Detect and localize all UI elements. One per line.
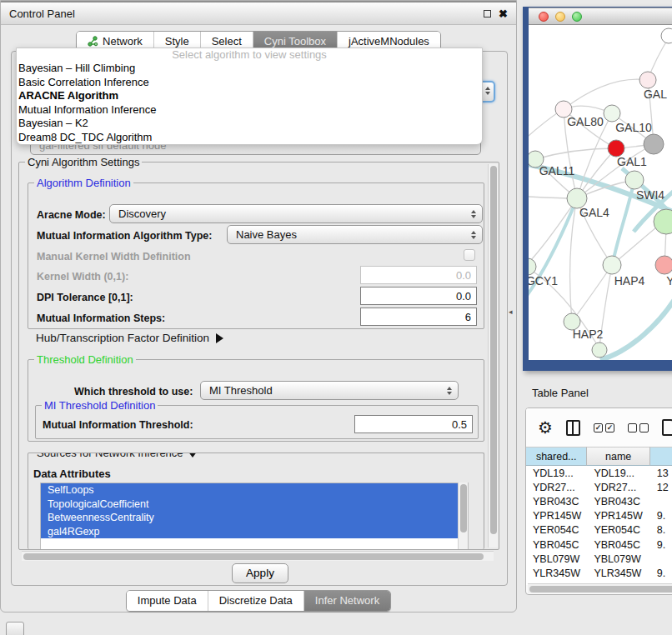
node-label: HAP4 [614,274,645,288]
threshold-definition-group: Threshold Definition Which threshold to … [28,359,484,442]
node-label: GAL10 [615,121,652,134]
column-header[interactable] [650,447,672,466]
network-edge[interactable] [572,265,612,322]
kernel-width-field[interactable]: 0.0 [360,266,477,284]
settings-horizontal-scrollbar[interactable] [22,551,494,561]
aracne-mode-label: Aracne Mode: [37,209,106,221]
table-cell: 9. [650,568,672,579]
panel-toggle-button[interactable] [6,622,24,635]
which-threshold-label: Which threshold to use: [74,386,193,398]
algorithm-list-item[interactable]: ARACNE Algorithm [17,89,482,103]
which-threshold-combobox[interactable]: MI Threshold [200,381,459,400]
tab-infer-network[interactable]: Infer Network [303,591,390,611]
close-icon[interactable]: ✖ [499,8,508,19]
column-layout-icon[interactable] [566,420,580,436]
table-cell: 13 [650,468,672,479]
table-row[interactable]: YPR145WYPR145W9. [526,509,672,523]
manual-kernel-checkbox[interactable] [464,249,475,261]
column-header[interactable]: shared... [526,447,587,466]
apply-button[interactable]: Apply [232,563,288,583]
network-node[interactable] [639,72,656,88]
data-attribute-item[interactable]: SelfLoops [41,483,468,498]
table-row[interactable]: YBR043CYBR043C [526,494,672,508]
algorithm-list-item[interactable]: Basic Correlation Inference [17,76,482,90]
hub-definition-toggle[interactable]: Hub/Transcription Factor Definition [36,332,223,344]
tab-impute-data[interactable]: Impute Data [127,591,208,611]
float-window-icon[interactable] [484,10,491,18]
column-header[interactable]: name [587,447,649,466]
table-cell: YLR345W [587,568,649,579]
deselect-all-columns-icon[interactable] [628,423,649,432]
mi-steps-field[interactable]: 6 [360,308,477,326]
node-label: GAL80 [567,115,604,128]
close-traffic-light-icon[interactable] [539,12,549,22]
table-row[interactable]: YLR345WYLR345W9. [526,566,672,580]
network-node[interactable] [625,171,644,189]
table-row[interactable]: YDR27...YDR27...12 [526,480,672,494]
table-cell: YBR045C [526,539,587,551]
algorithm-list-item[interactable]: Bayesian – Hill Climbing [17,62,482,76]
table-cell: 8. [650,524,672,536]
control-panel-titlebar: Control Panel ✖ [1,1,516,25]
splitter-handle[interactable]: ◂ [509,308,513,316]
select-all-columns-icon[interactable]: ✓✓ [594,423,614,432]
group-title: MI Threshold Definition [42,399,158,412]
group-title: Threshold Definition [34,353,136,366]
table-row[interactable]: YDL19...YDL19...13 [526,466,672,480]
network-node[interactable] [644,134,664,154]
table-row[interactable]: YER054CYER054C8. [526,523,672,538]
node-label: Y [666,274,672,288]
network-node[interactable] [654,209,672,234]
table-cell: YBR043C [526,496,587,508]
attributes-scrollbar[interactable] [458,482,468,549]
zoom-traffic-light-icon[interactable] [572,12,582,22]
table-cell: YBL079W [526,553,587,565]
table-toolbar: ⚙ ✓✓ [526,408,672,447]
algorithm-list-item[interactable]: Dream8 DC_TDC Algorithm [17,131,482,145]
algorithm-definition-group: Algorithm Definition Aracne Mode: Discov… [28,182,484,329]
network-node[interactable] [608,140,624,157]
node-label: GCY1 [529,274,558,288]
tab-discretize-data[interactable]: Discretize Data [208,591,303,611]
network-node[interactable] [661,28,672,43]
panel-title: Control Panel [9,8,75,20]
data-attribute-item[interactable]: TopologicalCoefficient [41,498,468,512]
network-node[interactable] [592,342,607,358]
sources-toggle[interactable]: Sources for Network Inference [34,452,200,459]
network-edge[interactable] [529,198,577,267]
data-attributes-label: Data Attributes [33,468,111,480]
network-edge[interactable] [535,148,616,159]
network-edge[interactable] [600,290,672,360]
control-panel: Control Panel ✖ Network Styl [0,0,517,612]
mi-type-combobox[interactable]: Naive Bayes [227,225,483,244]
algorithm-list-item[interactable]: Mutual Information Inference [17,103,482,118]
data-attribute-item[interactable]: gal4RGexp [41,525,468,539]
network-edge[interactable] [564,79,648,109]
network-view-window: GALGAL80GAL10GAL1GAL11SWI4GAL4GCY1HAP4YH… [523,7,672,371]
data-attributes-list[interactable]: SelfLoopsTopologicalCoefficientBetweenne… [40,482,469,549]
table-row[interactable]: YBL079WYBL079W [526,552,672,566]
new-table-icon[interactable] [662,419,672,436]
table-cell: YBL079W [587,553,649,565]
network-node[interactable] [603,256,621,274]
network-window-titlebar[interactable] [529,8,672,25]
table-cell: YPR145W [526,510,587,522]
table-row[interactable]: YBR045CYBR045C9. [526,538,672,552]
table-cell: YBR045C [587,539,649,551]
network-node[interactable] [655,256,672,274]
mi-threshold-field[interactable]: 0.5 [354,415,473,433]
network-canvas[interactable]: GALGAL80GAL10GAL1GAL11SWI4GAL4GCY1HAP4YH… [529,25,672,360]
dpi-tolerance-field[interactable]: 0.0 [360,287,477,305]
algorithm-list-item[interactable]: Bayesian – K2 [17,117,482,131]
cyni-algorithm-settings-group: Cyni Algorithm Settings Algorithm Defini… [18,162,499,550]
table-cell: YER054C [587,524,649,536]
gear-icon[interactable]: ⚙ [538,419,553,436]
aracne-mode-combobox[interactable]: Discovery [109,204,483,223]
network-node[interactable] [604,105,620,122]
table-horizontal-scrollbar[interactable] [528,583,672,593]
minimize-traffic-light-icon[interactable] [555,12,565,22]
data-attribute-item[interactable]: BetweennessCentrality [41,511,468,525]
table-cell: YDR27... [526,482,587,493]
settings-vertical-scrollbar[interactable] [488,164,498,548]
table-cell: YDL19... [526,468,587,479]
